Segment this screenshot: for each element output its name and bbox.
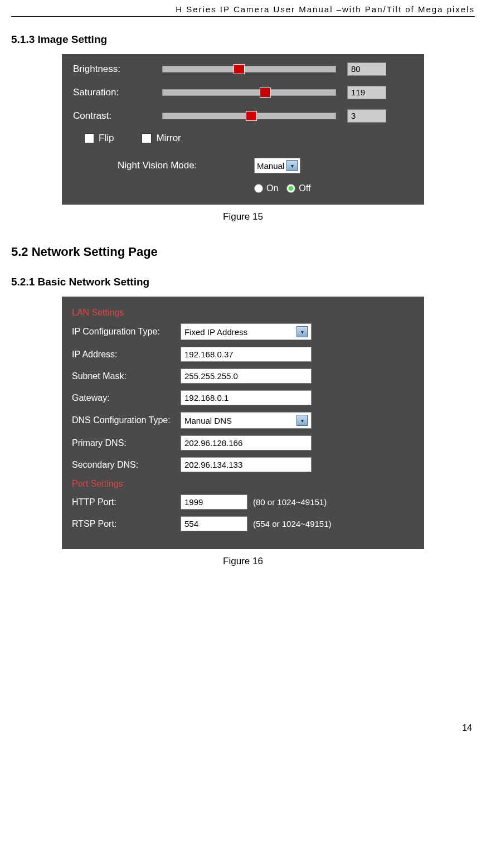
secondary-dns-input[interactable]: 202.96.134.133 <box>181 457 312 472</box>
dns-config-type-select[interactable]: Manual DNS ▾ <box>181 412 312 429</box>
nv-on-label: On <box>266 183 278 193</box>
ip-config-type-label: IP Configuration Type: <box>72 327 181 337</box>
page-number: 14 <box>11 723 475 733</box>
contrast-slider-handle[interactable] <box>246 111 257 121</box>
http-port-label: HTTP Port: <box>72 497 181 507</box>
flip-checkbox[interactable] <box>84 133 94 143</box>
secondary-dns-label: Secondary DNS: <box>72 460 181 470</box>
flip-label: Flip <box>99 133 114 144</box>
ip-address-input[interactable]: 192.168.0.37 <box>181 347 312 362</box>
chevron-down-icon: ▾ <box>286 160 298 171</box>
rtsp-port-input[interactable]: 554 <box>181 516 247 531</box>
contrast-label: Contrast: <box>73 110 162 122</box>
http-port-hint: (80 or 1024~49151) <box>253 497 327 507</box>
ip-address-label: IP Address: <box>72 350 181 360</box>
http-port-input[interactable]: 1999 <box>181 494 247 510</box>
brightness-label: Brightness: <box>73 64 162 75</box>
brightness-value[interactable]: 80 <box>347 62 386 76</box>
mirror-checkbox[interactable] <box>142 133 152 143</box>
gateway-label: Gateway: <box>72 393 181 403</box>
figure16-caption: Figure 16 <box>11 556 475 567</box>
chevron-down-icon: ▾ <box>297 326 308 337</box>
gateway-input[interactable]: 192.168.0.1 <box>181 390 312 405</box>
brightness-slider-handle[interactable] <box>234 64 245 74</box>
figure15-caption: Figure 15 <box>11 211 475 222</box>
section-521-heading: 5.2.1 Basic Network Setting <box>11 276 475 288</box>
saturation-value[interactable]: 119 <box>347 86 386 99</box>
contrast-slider[interactable] <box>162 113 336 119</box>
ip-config-type-select[interactable]: Fixed IP Address ▾ <box>181 323 312 340</box>
dns-config-type-value: Manual DNS <box>184 416 232 425</box>
page-header: H Series IP Camera User Manual –with Pan… <box>11 0 475 17</box>
rtsp-port-hint: (554 or 1024~49151) <box>253 519 332 528</box>
nv-off-radio[interactable] <box>286 184 295 193</box>
subnet-mask-label: Subnet Mask: <box>72 371 181 381</box>
mirror-label: Mirror <box>156 133 181 144</box>
brightness-slider[interactable] <box>162 66 336 72</box>
lan-settings-title: LAN Settings <box>72 308 414 318</box>
section-52-heading: 5.2 Network Setting Page <box>11 245 475 259</box>
image-setting-panel: Brightness: 80 Saturation: 119 Contrast:… <box>62 54 424 205</box>
rtsp-port-label: RTSP Port: <box>72 519 181 529</box>
primary-dns-input[interactable]: 202.96.128.166 <box>181 435 312 450</box>
saturation-slider[interactable] <box>162 89 336 96</box>
chevron-down-icon: ▾ <box>297 415 308 426</box>
night-vision-label: Night Vision Mode: <box>118 160 254 171</box>
ip-config-type-value: Fixed IP Address <box>184 327 247 337</box>
night-vision-select[interactable]: Manual ▾ <box>254 158 300 173</box>
saturation-label: Saturation: <box>73 87 162 98</box>
saturation-slider-handle[interactable] <box>260 88 271 98</box>
nv-off-label: Off <box>299 183 310 193</box>
night-vision-select-value: Manual <box>257 161 284 171</box>
network-setting-panel: LAN Settings IP Configuration Type: Fixe… <box>62 297 424 549</box>
contrast-value[interactable]: 3 <box>347 109 386 123</box>
subnet-mask-input[interactable]: 255.255.255.0 <box>181 368 312 384</box>
section-513-heading: 5.1.3 Image Setting <box>11 33 475 46</box>
nv-on-radio[interactable] <box>254 184 263 193</box>
primary-dns-label: Primary DNS: <box>72 438 181 448</box>
dns-config-type-label: DNS Configuration Type: <box>72 415 181 425</box>
port-settings-title: Port Settings <box>72 479 414 489</box>
